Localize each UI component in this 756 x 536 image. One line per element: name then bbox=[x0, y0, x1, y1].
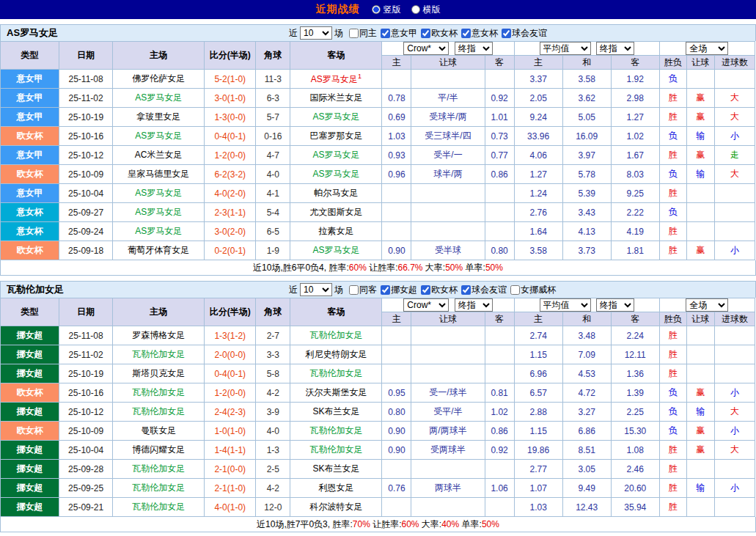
filter-checkbox-2[interactable]: 欧女杯 bbox=[421, 284, 458, 296]
euro-odds-avg-select[interactable]: 平均值 bbox=[540, 298, 591, 312]
asia-odds-source-select[interactable]: Crow* bbox=[403, 42, 449, 55]
filter-checkbox-input[interactable] bbox=[349, 285, 359, 295]
filter-checkbox-4[interactable]: 女挪威杯 bbox=[510, 284, 556, 296]
filter-checkbox-1[interactable]: 意女甲 bbox=[381, 27, 417, 40]
home-team[interactable]: 瓦勒伦加女足 bbox=[113, 460, 205, 479]
home-team[interactable]: 罗森博格女足 bbox=[113, 326, 205, 345]
away-team[interactable]: 瓦勒伦加女足 bbox=[290, 422, 382, 441]
match-count-select[interactable]: 10 bbox=[300, 26, 332, 40]
home-team[interactable]: 皇家马德里女足 bbox=[113, 165, 205, 184]
away-team[interactable]: 瓦勒伦加女足 bbox=[290, 441, 382, 460]
home-team[interactable]: 瓦勒伦加女足 bbox=[113, 403, 205, 422]
filter-checkbox-input[interactable] bbox=[421, 285, 430, 295]
home-team[interactable]: AS罗马女足 bbox=[113, 203, 205, 222]
filter-checkbox-3[interactable]: 意女杯 bbox=[461, 27, 498, 40]
filter-checkbox-input[interactable] bbox=[461, 29, 471, 38]
asia-odds-time-select[interactable]: 终指 bbox=[455, 298, 493, 312]
corner-score: 2-5 bbox=[256, 460, 290, 479]
home-team[interactable]: 拿玻里女足 bbox=[113, 108, 205, 127]
league-badge: 挪女超 bbox=[1, 498, 59, 517]
summary-label: 大率: bbox=[423, 262, 446, 274]
away-team[interactable]: 尤文图斯女足 bbox=[290, 203, 382, 222]
asia-handicap: 受球半/两 bbox=[411, 108, 485, 127]
home-team[interactable]: 斯塔贝克女足 bbox=[113, 364, 205, 383]
home-team[interactable]: AS罗马女足 bbox=[113, 127, 205, 146]
home-team[interactable]: 葡萄牙体育女足 bbox=[113, 241, 205, 260]
away-team[interactable]: 拉素女足 bbox=[290, 222, 382, 241]
away-team[interactable]: AS罗马女足 bbox=[290, 146, 382, 165]
away-team[interactable]: SK布兰女足 bbox=[290, 460, 382, 479]
home-team[interactable]: AS罗马女足 bbox=[113, 222, 205, 241]
match-count-select[interactable]: 10 bbox=[300, 283, 332, 296]
asia-odds-source-select[interactable]: Crow* bbox=[403, 298, 449, 312]
asia-away-odds: 1.01 bbox=[485, 108, 514, 127]
away-team[interactable]: 瓦勒伦加女足 bbox=[290, 326, 382, 345]
asia-handicap: 受两球半 bbox=[411, 441, 485, 460]
home-team[interactable]: AS罗马女足 bbox=[113, 184, 205, 203]
filter-checkbox-input[interactable] bbox=[381, 285, 390, 295]
layout-radio-horizontal[interactable]: 横版 bbox=[411, 4, 441, 16]
away-team[interactable]: 巴塞罗那女足 bbox=[290, 127, 382, 146]
filter-checkbox-1[interactable]: 挪女超 bbox=[381, 284, 417, 296]
away-team[interactable]: 利尼史特朗女足 bbox=[290, 345, 382, 364]
away-team[interactable]: 沃尔夫斯堡女足 bbox=[290, 383, 382, 403]
asia-odds-time-select[interactable]: 终指 bbox=[455, 42, 493, 55]
away-team[interactable]: AS罗马女足 bbox=[290, 241, 382, 260]
filter-checkbox-0[interactable]: 同客 bbox=[349, 284, 377, 296]
away-team[interactable]: 科尔波特女足 bbox=[290, 498, 382, 517]
asia-handicap: 球半/两 bbox=[411, 165, 485, 184]
scope-select[interactable]: 全场 bbox=[686, 298, 728, 312]
team-name: 瓦勒伦加女足 bbox=[7, 283, 64, 296]
summary-label: 近10场,胜6平0负4, 胜率: bbox=[253, 262, 349, 274]
home-team[interactable]: 博德闪耀女足 bbox=[113, 441, 205, 460]
col-header-date: 日期 bbox=[59, 298, 113, 326]
euro-away-odds: 2.98 bbox=[611, 89, 659, 108]
filter-checkbox-input[interactable] bbox=[510, 285, 520, 295]
euro-odds-time-select[interactable]: 终指 bbox=[596, 298, 634, 312]
euro-odds-avg-select[interactable]: 平均值 bbox=[540, 42, 591, 55]
col-header-type: 类型 bbox=[1, 298, 59, 326]
away-team[interactable]: AS罗马女足 bbox=[290, 108, 382, 127]
sections-container: AS罗马女足 近 10 场 同主意女甲欧女杯意女杯球会友谊 类型 bbox=[0, 24, 756, 532]
col-header-asia-away: 客 bbox=[485, 312, 514, 326]
filter-checkbox-input[interactable] bbox=[461, 285, 471, 295]
home-team[interactable]: 瓦勒伦加女足 bbox=[113, 345, 205, 364]
filter-checkbox-input[interactable] bbox=[381, 29, 390, 38]
euro-away-odds: 12.11 bbox=[611, 345, 659, 364]
col-header-result: 胜负 bbox=[659, 56, 686, 70]
euro-away-odds: 1.67 bbox=[611, 146, 659, 165]
away-team[interactable]: AS罗马女足1 bbox=[290, 70, 382, 89]
home-team[interactable]: 瓦勒伦加女足 bbox=[113, 479, 205, 498]
filter-checkbox-label: 欧女杯 bbox=[431, 284, 458, 296]
home-team[interactable]: AC米兰女足 bbox=[113, 146, 205, 165]
layout-radio-vertical[interactable]: 竖版 bbox=[372, 4, 401, 16]
filter-checkbox-input[interactable] bbox=[502, 29, 511, 38]
win-loss-result: 胜 bbox=[659, 460, 686, 479]
euro-away-odds: 1.92 bbox=[611, 70, 659, 89]
away-team[interactable]: SK布兰女足 bbox=[290, 403, 382, 422]
away-team[interactable]: 瓦勒伦加女足 bbox=[290, 364, 382, 383]
euro-home-odds: 2.77 bbox=[514, 460, 562, 479]
filter-checkbox-4[interactable]: 球会友谊 bbox=[502, 27, 547, 40]
away-team[interactable]: AS罗马女足 bbox=[290, 165, 382, 184]
filter-checkbox-input[interactable] bbox=[421, 29, 430, 38]
filter-checkbox-3[interactable]: 球会友谊 bbox=[461, 284, 507, 296]
away-team[interactable]: 利恩女足 bbox=[290, 479, 382, 498]
home-team[interactable]: 曼联女足 bbox=[113, 422, 205, 441]
filter-checkbox-0[interactable]: 同主 bbox=[349, 27, 377, 40]
away-team[interactable]: 帕尔马女足 bbox=[290, 184, 382, 203]
asia-handicap bbox=[411, 326, 485, 345]
goals-result: 小 bbox=[714, 479, 755, 498]
scope-select[interactable]: 全场 bbox=[686, 42, 728, 55]
filter-checkbox-2[interactable]: 欧女杯 bbox=[421, 27, 458, 40]
home-team[interactable]: AS罗马女足 bbox=[113, 89, 205, 108]
asia-home-odds bbox=[382, 203, 411, 222]
filter-checkbox-input[interactable] bbox=[349, 29, 359, 38]
away-team[interactable]: 国际米兰女足 bbox=[290, 89, 382, 108]
match-date: 25-11-02 bbox=[59, 89, 113, 108]
home-team[interactable]: 瓦勒伦加女足 bbox=[113, 498, 205, 517]
home-team[interactable]: 佛罗伦萨女足 bbox=[113, 70, 205, 89]
home-team[interactable]: 瓦勒伦加女足 bbox=[113, 383, 205, 403]
euro-odds-time-select[interactable]: 终指 bbox=[596, 42, 634, 55]
match-date: 25-09-21 bbox=[59, 498, 113, 517]
